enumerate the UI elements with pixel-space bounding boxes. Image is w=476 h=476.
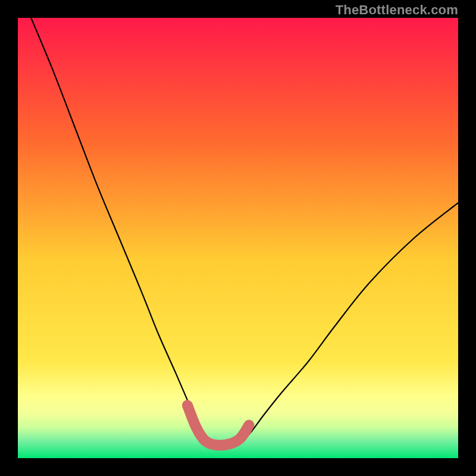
gradient-background [18,18,458,458]
chart-svg [18,18,458,458]
chart-frame: TheBottleneck.com [0,0,476,476]
plot-area [18,18,458,458]
watermark-text: TheBottleneck.com [336,2,458,18]
